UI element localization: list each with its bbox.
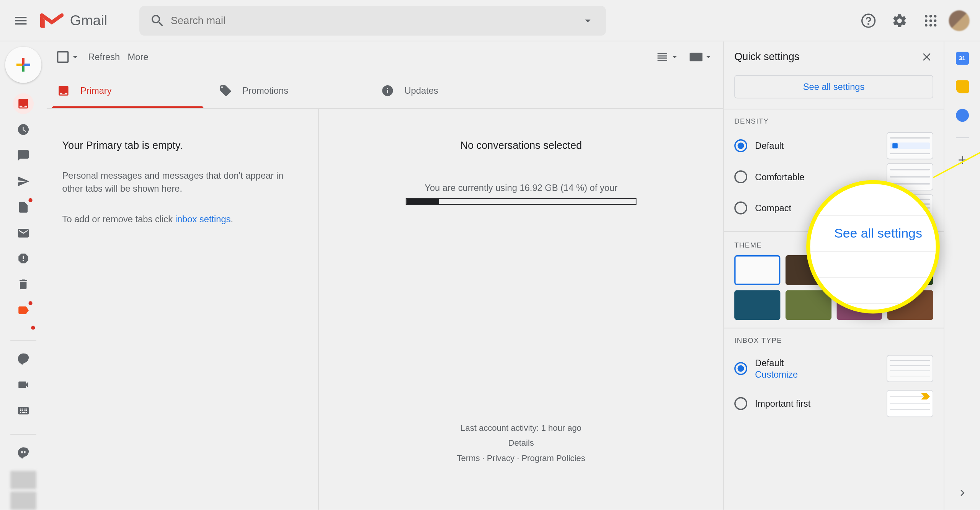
svg-rect-13 [658, 57, 667, 59]
search-button[interactable] [145, 7, 171, 33]
compose-button[interactable] [5, 47, 42, 83]
nav-sent[interactable] [13, 171, 34, 191]
inbox-preview-important [887, 389, 933, 417]
customize-link[interactable]: Customize [755, 369, 879, 379]
close-quick-settings-button[interactable] [920, 51, 933, 64]
svg-point-6 [929, 19, 932, 22]
gmail-wordmark: Gmail [70, 12, 107, 29]
more-button[interactable]: More [128, 52, 149, 62]
close-icon [920, 51, 933, 64]
account-avatar[interactable] [949, 10, 970, 31]
inbox-type-important-first[interactable]: Important first [734, 388, 933, 419]
theme-thumb-4[interactable] [734, 290, 780, 319]
nav-hangouts-quote[interactable] [13, 443, 34, 463]
support-button[interactable] [856, 7, 882, 33]
inbox-settings-link[interactable]: inbox settings [175, 214, 231, 224]
addon-side-panel: 31 [944, 41, 980, 510]
contact-thumb-2[interactable] [10, 492, 36, 510]
svg-point-1 [868, 23, 869, 24]
info-icon [381, 84, 394, 97]
google-apps-button[interactable] [918, 7, 944, 33]
category-tabs: Primary Promotions Updates [47, 73, 723, 109]
svg-rect-14 [658, 60, 667, 61]
caret-down-icon [670, 52, 679, 62]
inbox-type-section: INBOX TYPE Default Customize Important f… [724, 328, 944, 427]
details-link[interactable]: Details [508, 438, 534, 448]
terms-link[interactable]: Terms [457, 453, 480, 463]
tab-label: Primary [80, 85, 112, 96]
tab-promotions[interactable]: Promotions [209, 73, 371, 108]
no-conversations-text: No conversations selected [460, 140, 582, 152]
magnifier-label: See all settings [810, 216, 936, 252]
svg-rect-11 [658, 53, 667, 54]
density-option-default[interactable]: Default [734, 130, 933, 161]
tasks-addon[interactable] [956, 109, 969, 122]
label-icon [17, 304, 30, 317]
input-tools-toggle[interactable] [689, 52, 713, 62]
see-all-settings-button[interactable]: See all settings [734, 75, 933, 98]
collapse-side-panel-button[interactable] [956, 486, 969, 499]
caret-down-icon [70, 52, 80, 62]
hangouts-icon [17, 352, 30, 365]
split-icon [656, 51, 669, 64]
svg-rect-12 [658, 55, 667, 57]
nav-video[interactable] [13, 375, 34, 395]
reading-pane: No conversations selected You are curren… [319, 109, 723, 510]
settings-button[interactable] [887, 7, 913, 33]
main-content: Refresh More Primary [47, 41, 723, 510]
radio-icon [734, 139, 747, 152]
select-all-checkbox[interactable] [57, 51, 80, 63]
trash-icon [17, 278, 30, 291]
calendar-addon[interactable]: 31 [956, 52, 969, 65]
quick-settings-title: Quick settings [734, 51, 920, 63]
file-icon [17, 200, 30, 213]
caret-down-icon [581, 14, 595, 27]
refresh-button[interactable]: Refresh [88, 52, 120, 62]
search-options-button[interactable] [575, 14, 601, 27]
video-icon [17, 378, 30, 391]
keep-addon[interactable] [956, 80, 969, 93]
nav-hangouts[interactable] [13, 349, 34, 369]
inbox-type-default[interactable]: Default Customize [734, 349, 933, 388]
search-input[interactable] [171, 15, 575, 26]
empty-description: Personal messages and messages that don'… [62, 170, 303, 195]
tab-label: Promotions [242, 85, 288, 96]
svg-rect-15 [689, 53, 702, 62]
main-menu-button[interactable] [5, 5, 36, 36]
nav-spam[interactable] [13, 248, 34, 269]
radio-icon [734, 202, 747, 215]
theme-title: THEME [734, 241, 762, 249]
nav-all-mail[interactable] [13, 223, 34, 243]
tab-primary[interactable]: Primary [47, 73, 209, 108]
footer: Last account activity: 1 hour ago Detail… [457, 420, 585, 479]
theme-thumb-5[interactable] [785, 290, 831, 319]
storage-text: You are currently using 16.92 GB (14 %) … [425, 182, 617, 193]
nav-label[interactable] [13, 300, 34, 321]
tab-updates[interactable]: Updates [371, 73, 532, 108]
activity-line: Last account activity: 1 hour ago [457, 420, 585, 435]
gmail-logo[interactable]: Gmail [36, 11, 127, 30]
nav-snoozed[interactable] [13, 119, 34, 140]
gear-icon [892, 13, 908, 28]
radio-icon [734, 170, 747, 183]
theme-thumb-0[interactable] [734, 255, 780, 285]
nav-keyboard[interactable] [13, 401, 34, 421]
empty-headline: Your Primary tab is empty. [62, 140, 303, 152]
privacy-link[interactable]: Privacy [487, 453, 514, 463]
nav-inbox[interactable] [13, 93, 34, 114]
mail-toolbar: Refresh More [47, 41, 723, 72]
contact-thumb-1[interactable] [10, 471, 36, 489]
search-bar[interactable] [140, 5, 606, 35]
hamburger-icon [13, 13, 29, 28]
svg-point-10 [934, 24, 937, 26]
nav-chat[interactable] [13, 145, 34, 166]
nav-trash[interactable] [13, 274, 34, 295]
inbox-icon [57, 84, 70, 97]
storage-fill [407, 199, 439, 204]
empty-hint: To add or remove tabs click inbox settin… [62, 213, 303, 226]
svg-point-7 [934, 19, 937, 22]
spam-icon [17, 252, 30, 265]
split-pane-toggle[interactable] [656, 51, 679, 64]
nav-drafts[interactable] [13, 197, 34, 217]
policies-link[interactable]: Program Policies [521, 453, 585, 463]
